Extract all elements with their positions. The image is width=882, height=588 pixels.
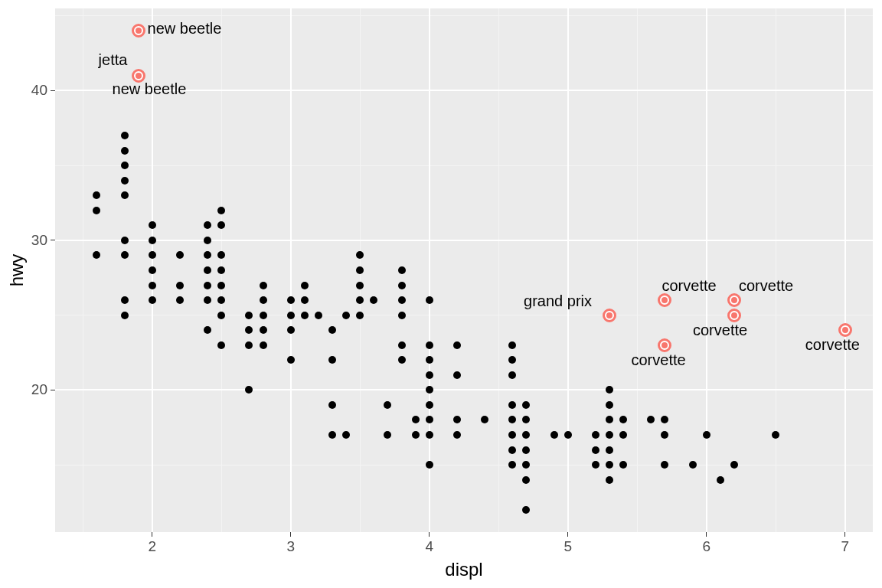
data-point xyxy=(412,431,420,439)
data-point xyxy=(606,446,613,454)
data-point xyxy=(204,266,211,274)
data-point xyxy=(426,386,433,394)
grid-major-v xyxy=(429,8,430,532)
data-point xyxy=(508,371,516,379)
data-point xyxy=(426,341,433,349)
data-point xyxy=(481,416,488,423)
data-point xyxy=(730,461,738,469)
data-point xyxy=(370,296,377,304)
data-point xyxy=(245,326,253,334)
data-point xyxy=(606,431,613,439)
data-point xyxy=(149,221,156,229)
data-point xyxy=(328,431,336,439)
data-point xyxy=(426,416,433,423)
data-point xyxy=(149,251,156,259)
data-point xyxy=(245,312,253,319)
data-point xyxy=(328,401,336,409)
data-point xyxy=(287,326,295,334)
data-point xyxy=(356,266,364,274)
data-point xyxy=(121,312,129,319)
grid-major-v xyxy=(290,8,292,532)
data-point xyxy=(93,207,100,214)
data-point xyxy=(93,191,100,199)
data-point xyxy=(149,266,156,274)
grid-minor-v xyxy=(498,8,499,532)
data-point xyxy=(426,431,433,439)
outlier-label: new beetle xyxy=(113,80,187,98)
data-point xyxy=(398,356,406,364)
outlier-label: corvette xyxy=(631,351,685,369)
y-tick-label: 40 xyxy=(29,82,47,99)
data-point xyxy=(176,296,184,304)
data-point xyxy=(204,237,211,244)
outlier-label: corvette xyxy=(662,277,716,295)
x-tick xyxy=(429,532,430,537)
data-point xyxy=(287,356,295,364)
data-point xyxy=(121,237,129,244)
data-point xyxy=(661,416,668,423)
y-tick xyxy=(51,90,55,91)
data-point xyxy=(426,401,433,409)
data-point xyxy=(93,251,100,259)
x-axis-title: displ xyxy=(445,559,482,580)
data-point xyxy=(217,282,225,289)
data-point xyxy=(260,296,267,304)
data-point xyxy=(606,401,613,409)
data-point xyxy=(606,476,613,484)
data-point xyxy=(426,296,433,304)
data-point xyxy=(398,296,406,304)
data-point xyxy=(217,341,225,349)
grid-major-h xyxy=(55,389,873,390)
y-axis-title: hwy xyxy=(6,254,28,287)
data-point xyxy=(508,341,516,349)
data-point xyxy=(508,356,516,364)
data-point xyxy=(121,147,129,155)
data-point xyxy=(398,282,406,289)
grid-minor-h xyxy=(55,465,873,466)
data-point xyxy=(619,431,627,439)
data-point xyxy=(453,431,461,439)
data-point xyxy=(412,416,420,423)
data-point xyxy=(356,312,364,319)
data-point xyxy=(522,431,530,439)
data-point xyxy=(301,296,309,304)
data-point xyxy=(606,386,613,394)
y-tick xyxy=(51,390,55,390)
data-point xyxy=(245,386,253,394)
data-point xyxy=(592,446,599,454)
data-point xyxy=(426,356,433,364)
data-point xyxy=(245,341,253,349)
x-tick-label: 4 xyxy=(425,538,433,555)
data-point xyxy=(356,296,364,304)
outlier-point xyxy=(658,338,671,352)
data-point xyxy=(260,326,267,334)
x-tick xyxy=(567,532,568,537)
x-tick-label: 5 xyxy=(564,538,572,555)
data-point xyxy=(522,476,530,484)
data-point xyxy=(522,446,530,454)
data-point xyxy=(121,191,129,199)
data-point xyxy=(149,282,156,289)
data-point xyxy=(508,431,516,439)
data-point xyxy=(661,431,668,439)
outlier-label: corvette xyxy=(693,322,747,339)
data-point xyxy=(453,416,461,423)
data-point xyxy=(703,431,710,439)
data-point xyxy=(384,401,391,409)
x-tick-label: 2 xyxy=(148,538,156,555)
x-tick-label: 6 xyxy=(702,538,710,555)
grid-minor-h xyxy=(55,15,873,16)
data-point xyxy=(606,416,613,423)
data-point xyxy=(522,461,530,469)
data-point xyxy=(356,251,364,259)
data-point xyxy=(356,282,364,289)
data-point xyxy=(398,266,406,274)
outlier-point xyxy=(603,309,616,322)
data-point xyxy=(315,312,322,319)
outlier-label: corvette xyxy=(805,336,860,354)
data-point xyxy=(149,296,156,304)
grid-major-v xyxy=(706,8,707,532)
data-point xyxy=(260,312,267,319)
data-point xyxy=(260,341,267,349)
data-point xyxy=(328,326,336,334)
